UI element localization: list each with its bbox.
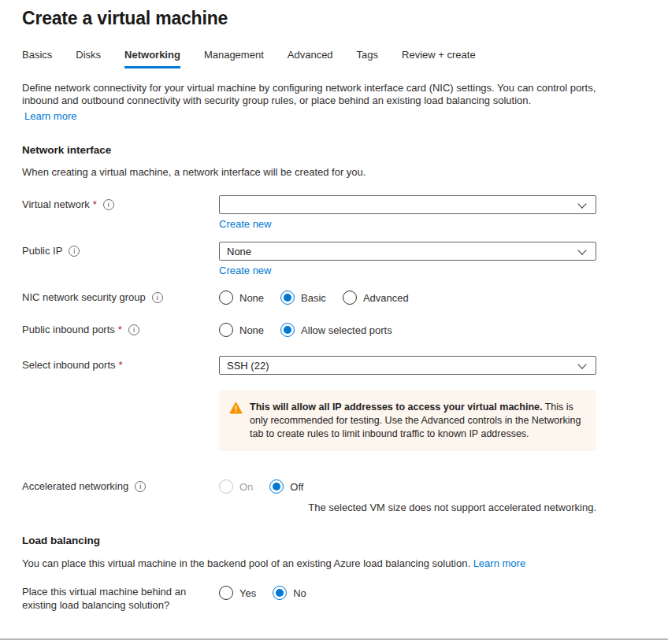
radio-circle-icon [280,291,295,305]
create-vm-page: Create a virtual machine Basics Disks Ne… [0,0,668,612]
tab-advanced[interactable]: Advanced [288,49,333,68]
info-icon[interactable]: i [103,199,114,210]
warning-banner: This will allow all IP addresses to acce… [219,390,596,451]
intro-learn-more-link[interactable]: Learn more [24,110,76,123]
radio-load-balancing-no[interactable]: No [273,586,306,600]
public-ip-value: None [227,246,251,257]
public-inbound-ports-row: Public inbound ports* i None Allow selec… [22,322,646,338]
radio-nic-nsg-none[interactable]: None [219,291,264,305]
required-asterisk: * [118,324,122,336]
warning-bold-text: This will allow all IP addresses to acce… [250,402,542,413]
load-balancing-question-row: Place this virtual machine behind an exi… [22,585,646,612]
public-ip-control: None Create new [219,242,596,276]
tab-networking[interactable]: Networking [124,49,180,68]
load-balancing-description: You can place this virtual machine in th… [22,557,646,570]
radio-accelerated-on: On [219,479,253,494]
radio-circle-icon [273,586,287,600]
public-ip-create-new-link[interactable]: Create new [219,265,271,276]
info-icon[interactable]: i [152,292,163,303]
load-balancing-question-label: Place this virtual machine behind an exi… [22,585,219,612]
nic-nsg-row: NIC network security group i None Basic … [22,290,646,305]
public-ip-label: Public IP i [22,242,219,261]
select-inbound-ports-value: SSH (22) [227,360,269,372]
chevron-down-icon [577,360,586,368]
chevron-down-icon [577,246,586,254]
tab-disks[interactable]: Disks [76,49,101,68]
public-ip-dropdown[interactable]: None [219,242,596,261]
info-icon[interactable]: i [135,481,146,492]
radio-inbound-allow-selected[interactable]: Allow selected ports [280,323,392,337]
intro-text: Define network connectivity for your vir… [22,82,602,123]
virtual-network-label: Virtual network* i [22,195,219,214]
tab-review-create[interactable]: Review + create [402,49,476,68]
required-asterisk: * [93,198,97,211]
required-asterisk: * [119,359,123,372]
tab-tags[interactable]: Tags [357,49,378,68]
select-inbound-ports-control: SSH (22) [219,356,596,375]
virtual-network-create-new-link[interactable]: Create new [219,218,271,230]
section-heading-network-interface: Network interface [22,144,646,156]
accelerated-networking-note: The selected VM size does not support ac… [219,502,596,513]
radio-inbound-none[interactable]: None [219,323,264,337]
nic-nsg-radio-group: None Basic Advanced [219,290,596,305]
radio-accelerated-off[interactable]: Off [269,479,303,494]
load-balancing-learn-more-link[interactable]: Learn more [473,557,525,569]
radio-load-balancing-yes[interactable]: Yes [219,586,256,600]
virtual-network-control: Create new [219,195,596,230]
public-inbound-ports-label: Public inbound ports* i [22,322,219,338]
select-inbound-ports-row: Select inbound ports* SSH (22) [22,356,646,375]
chevron-down-icon [577,199,586,208]
section-heading-load-balancing: Load balancing [22,535,646,546]
virtual-network-dropdown[interactable] [219,195,596,214]
network-interface-description: When creating a virtual machine, a netwo… [22,166,646,179]
radio-circle-icon [219,291,233,305]
accelerated-networking-radio-group: On Off [219,479,596,494]
info-icon[interactable]: i [69,246,80,257]
radio-circle-icon [343,291,357,305]
info-icon[interactable]: i [128,324,139,335]
radio-circle-icon [219,479,233,494]
tab-bar: Basics Disks Networking Management Advan… [22,49,646,68]
radio-circle-icon [219,323,233,337]
bottom-divider [0,638,668,640]
tab-basics[interactable]: Basics [22,49,52,68]
public-ip-row: Public IP i None Create new [22,242,646,276]
page-title: Create a virtual machine [22,8,646,29]
accelerated-networking-label: Accelerated networking i [22,479,219,494]
radio-circle-icon [280,323,295,337]
nic-nsg-label: NIC network security group i [22,290,219,305]
radio-circle-icon [269,479,284,494]
select-inbound-ports-label: Select inbound ports* [22,356,219,375]
intro-paragraph: Define network connectivity for your vir… [22,82,596,106]
accelerated-networking-row: Accelerated networking i On Off The sele… [22,479,646,513]
accelerated-networking-control: On Off The selected VM size does not sup… [219,479,596,513]
select-inbound-ports-dropdown[interactable]: SSH (22) [219,356,596,375]
radio-nic-nsg-basic[interactable]: Basic [280,291,326,305]
virtual-network-row: Virtual network* i Create new [22,195,646,230]
warning-text: This will allow all IP addresses to acce… [250,401,584,441]
radio-circle-icon [219,586,233,600]
warning-icon [229,402,243,415]
warning-row: This will allow all IP addresses to acce… [22,390,646,451]
load-balancing-radio-group: Yes No [219,585,596,601]
tab-management[interactable]: Management [204,49,264,68]
radio-nic-nsg-advanced[interactable]: Advanced [343,291,409,305]
public-inbound-ports-radio-group: None Allow selected ports [219,322,596,338]
